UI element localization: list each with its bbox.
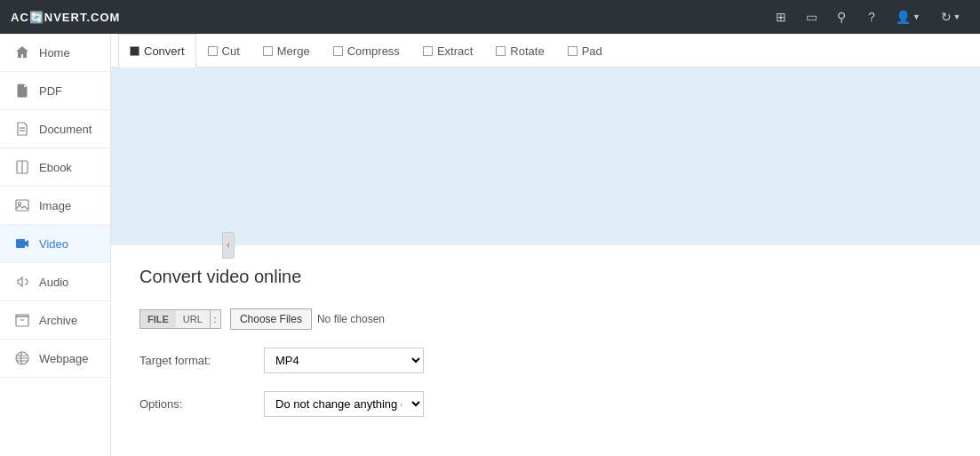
help-icon-button[interactable]: ? xyxy=(859,4,884,29)
mobile-icon: ▭ xyxy=(806,10,817,24)
sidebar-label-audio: Audio xyxy=(39,276,68,289)
sidebar-item-archive[interactable]: Archive xyxy=(0,301,110,340)
svg-rect-5 xyxy=(16,200,28,211)
tab-label-pad: Pad xyxy=(582,44,602,58)
home-icon xyxy=(14,44,30,60)
sidebar-label-archive: Archive xyxy=(39,314,77,327)
file-input-group: FILE URL : Choose Files No file chosen xyxy=(139,308,385,330)
sidebar-item-pdf[interactable]: PDF PDF xyxy=(0,72,110,110)
tab-extract[interactable]: Extract xyxy=(411,34,484,68)
sidebar-item-video[interactable]: Video xyxy=(0,225,110,263)
tab-convert[interactable]: Convert xyxy=(118,34,196,68)
tab-label-cut: Cut xyxy=(222,44,240,58)
sidebar-item-home[interactable]: Home xyxy=(0,34,110,72)
navbar-icon-group: ⊞ ▭ ⚲ ? 👤 ▼ ↻ ▼ xyxy=(769,4,969,29)
sidebar-item-webpage[interactable]: Webpage xyxy=(0,340,110,378)
options-row: Options: Do not change anything else Cha… xyxy=(139,391,952,417)
brand-text: AC🔄NVERT.COM xyxy=(11,11,120,24)
choose-files-button[interactable]: Choose Files xyxy=(230,308,312,330)
chevron-down-icon-refresh: ▼ xyxy=(953,12,961,21)
video-icon xyxy=(14,236,30,252)
pdf-icon: PDF xyxy=(14,83,30,99)
document-icon xyxy=(14,121,30,137)
webpage-icon xyxy=(14,350,30,366)
tab-checkbox-compress xyxy=(333,46,343,56)
tab-label-extract: Extract xyxy=(437,44,473,58)
help-icon: ? xyxy=(868,10,875,24)
refresh-icon: ↻ xyxy=(941,10,952,24)
tab-rotate[interactable]: Rotate xyxy=(484,34,555,68)
svg-rect-7 xyxy=(16,239,25,248)
brand-logo: AC🔄NVERT.COM xyxy=(11,11,120,24)
tab-checkbox-extract xyxy=(423,46,433,56)
tab-label-merge: Merge xyxy=(277,44,310,58)
ebook-icon xyxy=(14,159,30,175)
search-icon: ⚲ xyxy=(837,10,846,24)
sidebar-label-image: Image xyxy=(39,199,71,212)
sidebar: Home PDF PDF Document Ebook Image xyxy=(0,34,111,456)
tab-checkbox-pad xyxy=(568,46,578,56)
main-content: Convert video online FILE URL : Choose F… xyxy=(111,245,980,456)
banner-area xyxy=(111,68,980,245)
tab-label-compress: Compress xyxy=(347,44,400,58)
image-icon xyxy=(14,197,30,213)
tab-label-rotate: Rotate xyxy=(510,44,544,58)
sidebar-label-video: Video xyxy=(39,237,68,251)
sidebar-item-document[interactable]: Document xyxy=(0,110,110,148)
target-format-row: Target format: MP4 AVI MOV MKV WMV FLV W… xyxy=(139,348,952,373)
tab-checkbox-rotate xyxy=(496,46,506,56)
tab-checkbox-merge xyxy=(263,46,273,56)
sidebar-label-webpage: Webpage xyxy=(39,352,88,365)
chevron-left-icon: ‹ xyxy=(227,240,229,250)
audio-icon xyxy=(14,274,30,290)
navbar: AC🔄NVERT.COM ⊞ ▭ ⚲ ? 👤 ▼ ↻ ▼ xyxy=(0,0,980,34)
sidebar-label-home: Home xyxy=(39,46,70,60)
file-tab-button[interactable]: FILE xyxy=(139,309,176,329)
no-file-label: No file chosen xyxy=(317,313,385,325)
user-icon: 👤 xyxy=(896,10,911,24)
refresh-icon-button[interactable]: ↻ ▼ xyxy=(932,4,969,29)
chevron-down-icon: ▼ xyxy=(912,12,920,21)
grid-icon-button[interactable]: ⊞ xyxy=(769,4,793,29)
target-format-label: Target format: xyxy=(139,354,264,367)
user-icon-button[interactable]: 👤 ▼ xyxy=(889,4,927,29)
sidebar-label-pdf: PDF xyxy=(39,84,62,98)
tab-compress[interactable]: Compress xyxy=(322,34,411,68)
search-icon-button[interactable]: ⚲ xyxy=(829,4,854,29)
tab-merge[interactable]: Merge xyxy=(251,34,322,68)
url-tab-button[interactable]: URL xyxy=(176,309,211,329)
content-area: ‹ Convert Cut Merge Compress Extract xyxy=(111,34,980,456)
page-title: Convert video online xyxy=(139,267,952,287)
sidebar-item-ebook[interactable]: Ebook xyxy=(0,148,110,187)
file-input-row: FILE URL : Choose Files No file chosen xyxy=(139,308,952,330)
sidebar-item-image[interactable]: Image xyxy=(0,187,110,225)
tab-pad[interactable]: Pad xyxy=(556,34,614,68)
colon-separator: : xyxy=(211,309,221,329)
tab-label-convert: Convert xyxy=(144,44,185,58)
archive-icon xyxy=(14,312,30,328)
sidebar-label-document: Document xyxy=(39,123,92,136)
options-select[interactable]: Do not change anything else Change video… xyxy=(264,391,424,417)
svg-text:PDF: PDF xyxy=(19,90,27,94)
options-label: Options: xyxy=(139,397,264,411)
mobile-icon-button[interactable]: ▭ xyxy=(799,4,824,29)
tab-checkbox-convert xyxy=(130,46,139,56)
tab-cut[interactable]: Cut xyxy=(196,34,251,68)
sidebar-label-ebook: Ebook xyxy=(39,161,72,174)
main-layout: Home PDF PDF Document Ebook Image xyxy=(0,34,980,456)
tabs-bar: Convert Cut Merge Compress Extract Rotat… xyxy=(111,34,980,68)
tab-checkbox-cut xyxy=(208,46,218,56)
svg-rect-8 xyxy=(16,316,28,326)
svg-point-6 xyxy=(19,203,21,205)
grid-icon: ⊞ xyxy=(776,10,786,24)
sidebar-collapse-handle[interactable]: ‹ xyxy=(222,232,235,259)
target-format-select[interactable]: MP4 AVI MOV MKV WMV FLV WebM GIF xyxy=(264,348,424,373)
sidebar-item-audio[interactable]: Audio xyxy=(0,263,110,301)
